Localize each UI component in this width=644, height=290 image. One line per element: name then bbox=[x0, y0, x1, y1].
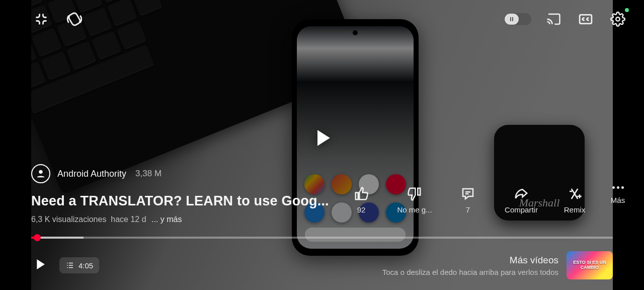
svg-rect-3 bbox=[580, 15, 592, 24]
progress-bar[interactable] bbox=[31, 237, 613, 239]
center-play-button[interactable] bbox=[308, 124, 336, 154]
settings-notification-dot bbox=[625, 8, 629, 12]
dislike-button[interactable]: No me g... bbox=[394, 186, 435, 214]
remix-button[interactable]: Remix bbox=[554, 186, 595, 214]
svg-rect-0 bbox=[68, 12, 81, 26]
more-videos-title: Más vídeos bbox=[382, 255, 558, 266]
settings-icon[interactable] bbox=[608, 9, 628, 29]
cast-icon[interactable] bbox=[543, 9, 564, 29]
svg-rect-2 bbox=[512, 17, 513, 21]
channel-subs: 3,38 M bbox=[135, 169, 162, 179]
remix-label: Remix bbox=[564, 205, 586, 214]
exit-fullscreen-icon[interactable] bbox=[31, 9, 51, 29]
more-videos-panel[interactable]: Más vídeos Toca o desliza el dedo hacia … bbox=[382, 251, 613, 279]
share-label: Compartir bbox=[505, 205, 538, 214]
top-bar bbox=[31, 8, 628, 30]
video-stats[interactable]: 6,3 K visualizaciones hace 12 d ... y má… bbox=[31, 215, 372, 224]
svg-rect-1 bbox=[510, 17, 511, 21]
like-button[interactable]: 92 bbox=[341, 186, 381, 214]
captions-icon[interactable] bbox=[576, 9, 596, 29]
dislike-label: No me g... bbox=[397, 205, 432, 214]
next-video-thumbnail[interactable]: ESTO SÍ ES UN CAMBIO bbox=[567, 251, 613, 279]
pause-icon bbox=[505, 14, 519, 25]
upload-age: hace 12 d bbox=[111, 215, 146, 224]
more-label: Más bbox=[611, 196, 625, 204]
video-title[interactable]: Need a TRANSLATOR? LEARN to use Goog... bbox=[31, 193, 372, 209]
more-actions-button[interactable]: Más bbox=[608, 186, 628, 204]
svg-point-4 bbox=[616, 17, 620, 21]
svg-point-5 bbox=[39, 170, 42, 174]
bottom-controls: 4:05 Más vídeos Toca o desliza el dedo h… bbox=[31, 251, 613, 280]
next-thumb-text: ESTO SÍ ES UN CAMBIO bbox=[567, 260, 613, 270]
description-more[interactable]: ... y más bbox=[151, 215, 182, 224]
channel-name[interactable]: Android Authority bbox=[57, 169, 126, 179]
rotate-icon[interactable] bbox=[64, 9, 85, 29]
chapters-icon bbox=[65, 261, 74, 270]
view-count: 6,3 K visualizaciones bbox=[31, 215, 106, 224]
pillarbox-left bbox=[0, 0, 31, 290]
share-button[interactable]: Compartir bbox=[501, 186, 541, 214]
pillarbox-right bbox=[613, 0, 644, 290]
play-button[interactable] bbox=[31, 256, 48, 275]
more-videos-hint: Toca o desliza el dedo hacia arriba para… bbox=[382, 268, 558, 276]
video-meta: Android Authority 3,38 M Need a TRANSLAT… bbox=[31, 164, 372, 224]
comments-button[interactable]: 7 bbox=[448, 186, 488, 214]
chapter-time: 4:05 bbox=[78, 261, 93, 270]
like-count: 92 bbox=[357, 205, 366, 214]
more-icon bbox=[612, 186, 624, 189]
autoplay-toggle[interactable] bbox=[504, 13, 531, 25]
channel-avatar[interactable] bbox=[31, 164, 50, 183]
progress-thumb[interactable] bbox=[34, 234, 41, 241]
chapter-chip[interactable]: 4:05 bbox=[59, 257, 99, 273]
comments-count: 7 bbox=[466, 205, 470, 214]
action-row: 92 No me g... 7 Compartir Remix Más bbox=[341, 186, 628, 214]
channel-row[interactable]: Android Authority 3,38 M bbox=[31, 164, 372, 183]
